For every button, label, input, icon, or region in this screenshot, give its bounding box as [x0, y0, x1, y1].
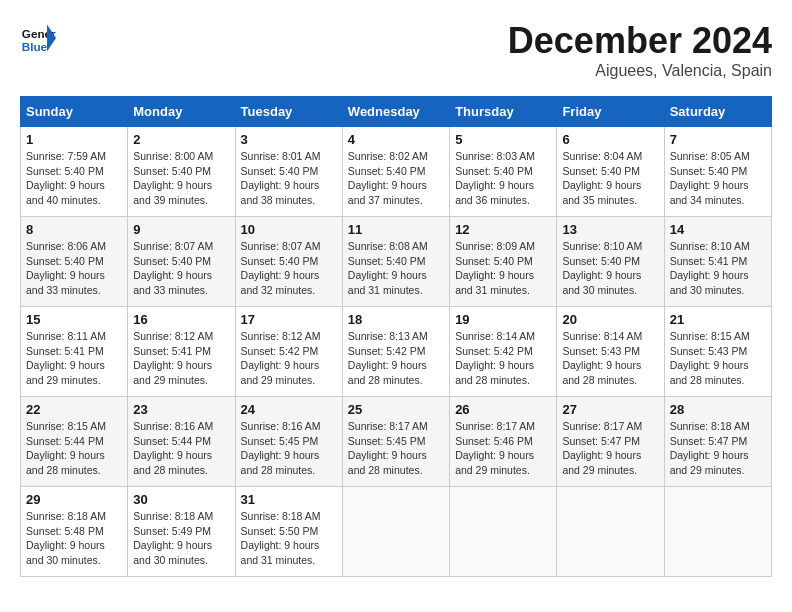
header-row: Sunday Monday Tuesday Wednesday Thursday…: [21, 97, 772, 127]
cell-4-4: 25Sunrise: 8:17 AMSunset: 5:45 PMDayligh…: [342, 397, 449, 487]
day-info: Sunrise: 8:09 AMSunset: 5:40 PMDaylight:…: [455, 239, 551, 298]
cell-5-5: [450, 487, 557, 577]
location-title: Aiguees, Valencia, Spain: [508, 62, 772, 80]
cell-1-4: 4Sunrise: 8:02 AMSunset: 5:40 PMDaylight…: [342, 127, 449, 217]
day-number: 30: [133, 492, 229, 507]
col-sunday: Sunday: [21, 97, 128, 127]
cell-2-6: 13Sunrise: 8:10 AMSunset: 5:40 PMDayligh…: [557, 217, 664, 307]
month-title: December 2024: [508, 20, 772, 62]
header: General Blue December 2024 Aiguees, Vale…: [20, 20, 772, 80]
day-info: Sunrise: 8:08 AMSunset: 5:40 PMDaylight:…: [348, 239, 444, 298]
day-number: 20: [562, 312, 658, 327]
cell-4-5: 26Sunrise: 8:17 AMSunset: 5:46 PMDayligh…: [450, 397, 557, 487]
cell-5-3: 31Sunrise: 8:18 AMSunset: 5:50 PMDayligh…: [235, 487, 342, 577]
day-number: 11: [348, 222, 444, 237]
cell-5-4: [342, 487, 449, 577]
col-monday: Monday: [128, 97, 235, 127]
day-info: Sunrise: 8:16 AMSunset: 5:44 PMDaylight:…: [133, 419, 229, 478]
cell-4-1: 22Sunrise: 8:15 AMSunset: 5:44 PMDayligh…: [21, 397, 128, 487]
week-row-4: 22Sunrise: 8:15 AMSunset: 5:44 PMDayligh…: [21, 397, 772, 487]
col-tuesday: Tuesday: [235, 97, 342, 127]
day-info: Sunrise: 8:18 AMSunset: 5:47 PMDaylight:…: [670, 419, 766, 478]
day-info: Sunrise: 8:15 AMSunset: 5:44 PMDaylight:…: [26, 419, 122, 478]
day-number: 14: [670, 222, 766, 237]
day-info: Sunrise: 8:17 AMSunset: 5:47 PMDaylight:…: [562, 419, 658, 478]
day-info: Sunrise: 8:11 AMSunset: 5:41 PMDaylight:…: [26, 329, 122, 388]
day-info: Sunrise: 8:05 AMSunset: 5:40 PMDaylight:…: [670, 149, 766, 208]
cell-3-4: 18Sunrise: 8:13 AMSunset: 5:42 PMDayligh…: [342, 307, 449, 397]
day-number: 19: [455, 312, 551, 327]
day-info: Sunrise: 8:17 AMSunset: 5:46 PMDaylight:…: [455, 419, 551, 478]
cell-2-4: 11Sunrise: 8:08 AMSunset: 5:40 PMDayligh…: [342, 217, 449, 307]
cell-3-7: 21Sunrise: 8:15 AMSunset: 5:43 PMDayligh…: [664, 307, 771, 397]
day-info: Sunrise: 8:07 AMSunset: 5:40 PMDaylight:…: [133, 239, 229, 298]
day-info: Sunrise: 8:07 AMSunset: 5:40 PMDaylight:…: [241, 239, 337, 298]
day-info: Sunrise: 8:02 AMSunset: 5:40 PMDaylight:…: [348, 149, 444, 208]
col-wednesday: Wednesday: [342, 97, 449, 127]
day-number: 17: [241, 312, 337, 327]
cell-5-6: [557, 487, 664, 577]
day-number: 10: [241, 222, 337, 237]
day-number: 27: [562, 402, 658, 417]
day-number: 2: [133, 132, 229, 147]
cell-3-3: 17Sunrise: 8:12 AMSunset: 5:42 PMDayligh…: [235, 307, 342, 397]
cell-1-3: 3Sunrise: 8:01 AMSunset: 5:40 PMDaylight…: [235, 127, 342, 217]
day-info: Sunrise: 8:15 AMSunset: 5:43 PMDaylight:…: [670, 329, 766, 388]
cell-1-6: 6Sunrise: 8:04 AMSunset: 5:40 PMDaylight…: [557, 127, 664, 217]
day-number: 6: [562, 132, 658, 147]
day-number: 12: [455, 222, 551, 237]
day-info: Sunrise: 8:12 AMSunset: 5:41 PMDaylight:…: [133, 329, 229, 388]
day-info: Sunrise: 8:03 AMSunset: 5:40 PMDaylight:…: [455, 149, 551, 208]
day-number: 28: [670, 402, 766, 417]
cell-2-2: 9Sunrise: 8:07 AMSunset: 5:40 PMDaylight…: [128, 217, 235, 307]
cell-2-5: 12Sunrise: 8:09 AMSunset: 5:40 PMDayligh…: [450, 217, 557, 307]
cell-1-2: 2Sunrise: 8:00 AMSunset: 5:40 PMDaylight…: [128, 127, 235, 217]
col-friday: Friday: [557, 97, 664, 127]
day-info: Sunrise: 8:17 AMSunset: 5:45 PMDaylight:…: [348, 419, 444, 478]
day-number: 7: [670, 132, 766, 147]
logo: General Blue: [20, 20, 60, 56]
cell-3-5: 19Sunrise: 8:14 AMSunset: 5:42 PMDayligh…: [450, 307, 557, 397]
day-info: Sunrise: 8:12 AMSunset: 5:42 PMDaylight:…: [241, 329, 337, 388]
cell-3-1: 15Sunrise: 8:11 AMSunset: 5:41 PMDayligh…: [21, 307, 128, 397]
day-info: Sunrise: 8:06 AMSunset: 5:40 PMDaylight:…: [26, 239, 122, 298]
day-info: Sunrise: 8:18 AMSunset: 5:50 PMDaylight:…: [241, 509, 337, 568]
day-number: 9: [133, 222, 229, 237]
day-number: 3: [241, 132, 337, 147]
day-number: 24: [241, 402, 337, 417]
day-number: 25: [348, 402, 444, 417]
day-info: Sunrise: 8:18 AMSunset: 5:48 PMDaylight:…: [26, 509, 122, 568]
day-info: Sunrise: 8:14 AMSunset: 5:42 PMDaylight:…: [455, 329, 551, 388]
cell-1-5: 5Sunrise: 8:03 AMSunset: 5:40 PMDaylight…: [450, 127, 557, 217]
day-info: Sunrise: 8:00 AMSunset: 5:40 PMDaylight:…: [133, 149, 229, 208]
cell-4-6: 27Sunrise: 8:17 AMSunset: 5:47 PMDayligh…: [557, 397, 664, 487]
day-number: 18: [348, 312, 444, 327]
day-info: Sunrise: 8:10 AMSunset: 5:41 PMDaylight:…: [670, 239, 766, 298]
day-info: Sunrise: 8:04 AMSunset: 5:40 PMDaylight:…: [562, 149, 658, 208]
day-number: 22: [26, 402, 122, 417]
day-number: 26: [455, 402, 551, 417]
cell-1-1: 1Sunrise: 7:59 AMSunset: 5:40 PMDaylight…: [21, 127, 128, 217]
cell-5-2: 30Sunrise: 8:18 AMSunset: 5:49 PMDayligh…: [128, 487, 235, 577]
day-info: Sunrise: 8:18 AMSunset: 5:49 PMDaylight:…: [133, 509, 229, 568]
day-number: 4: [348, 132, 444, 147]
day-number: 16: [133, 312, 229, 327]
day-number: 15: [26, 312, 122, 327]
week-row-3: 15Sunrise: 8:11 AMSunset: 5:41 PMDayligh…: [21, 307, 772, 397]
cell-5-7: [664, 487, 771, 577]
cell-2-7: 14Sunrise: 8:10 AMSunset: 5:41 PMDayligh…: [664, 217, 771, 307]
cell-1-7: 7Sunrise: 8:05 AMSunset: 5:40 PMDaylight…: [664, 127, 771, 217]
day-number: 23: [133, 402, 229, 417]
cell-3-6: 20Sunrise: 8:14 AMSunset: 5:43 PMDayligh…: [557, 307, 664, 397]
day-info: Sunrise: 8:14 AMSunset: 5:43 PMDaylight:…: [562, 329, 658, 388]
title-area: December 2024 Aiguees, Valencia, Spain: [508, 20, 772, 80]
cell-3-2: 16Sunrise: 8:12 AMSunset: 5:41 PMDayligh…: [128, 307, 235, 397]
day-number: 31: [241, 492, 337, 507]
week-row-5: 29Sunrise: 8:18 AMSunset: 5:48 PMDayligh…: [21, 487, 772, 577]
day-number: 29: [26, 492, 122, 507]
cell-4-3: 24Sunrise: 8:16 AMSunset: 5:45 PMDayligh…: [235, 397, 342, 487]
day-info: Sunrise: 8:10 AMSunset: 5:40 PMDaylight:…: [562, 239, 658, 298]
day-number: 5: [455, 132, 551, 147]
day-info: Sunrise: 7:59 AMSunset: 5:40 PMDaylight:…: [26, 149, 122, 208]
col-thursday: Thursday: [450, 97, 557, 127]
